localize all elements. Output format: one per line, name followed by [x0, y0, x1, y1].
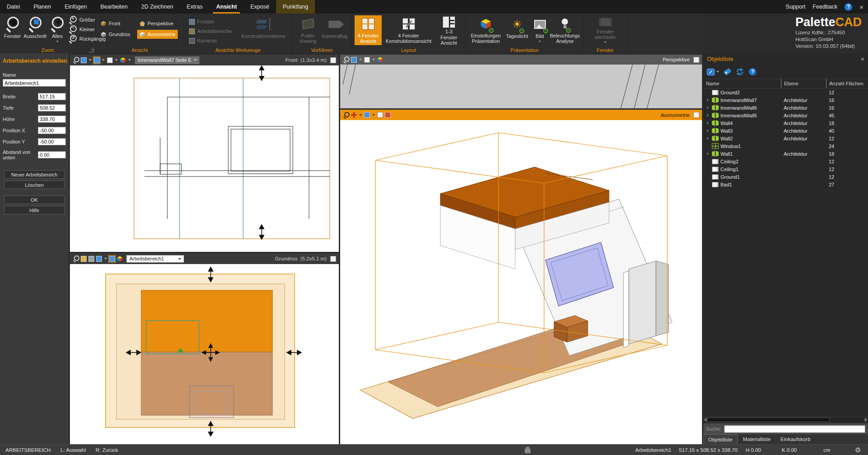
- viewport-checkbox[interactable]: [330, 57, 336, 63]
- view-mode-icon[interactable]: [81, 256, 87, 262]
- help-icon[interactable]: ?: [845, 3, 852, 11]
- table-row[interactable]: › Wall2 Architektur 12: [703, 135, 868, 142]
- magnifier-icon[interactable]: [73, 57, 79, 63]
- zoom-alles-button[interactable]: Alles ▾: [48, 15, 67, 45]
- menu-planen[interactable]: Planen: [27, 0, 58, 14]
- move-icon[interactable]: [351, 112, 357, 118]
- close-icon[interactable]: ×: [859, 4, 863, 10]
- field-input[interactable]: [38, 151, 66, 158]
- support-link[interactable]: Support: [786, 4, 806, 10]
- table-row[interactable]: › Wall3 Architektur 40: [703, 127, 868, 135]
- horizontal-scrollbar[interactable]: [703, 416, 868, 423]
- help-icon[interactable]: [749, 68, 756, 75]
- chevron-down-icon[interactable]: [115, 59, 118, 61]
- chevron-down-icon[interactable]: [372, 59, 375, 60]
- chevron-down-icon[interactable]: [102, 59, 105, 61]
- shading-mode-icon[interactable]: [107, 57, 113, 63]
- tab-einkaufskorb[interactable]: Einkaufskorb: [776, 434, 815, 444]
- column-name[interactable]: Name: [703, 79, 781, 88]
- beleuchtungs-analyse-button[interactable]: ⚙ Beleuchtungs Analyse: [549, 15, 581, 45]
- field-input[interactable]: [38, 116, 66, 123]
- tageslicht-button[interactable]: ☀ ⚙ Tageslicht: [503, 15, 531, 45]
- chevron-down-icon[interactable]: [716, 71, 719, 73]
- active-view-mode-icon[interactable]: [94, 57, 100, 63]
- public-viewing-button[interactable]: Public Viewing: [295, 15, 321, 45]
- arbeitsbereich-dropdown[interactable]: Arbeitsbereich1: [126, 255, 184, 263]
- chevron-down-icon[interactable]: [104, 258, 107, 260]
- konstruktionsebene-button[interactable]: Konstruktionsebene: [237, 15, 289, 45]
- viewport-checkbox[interactable]: [693, 57, 699, 63]
- colored-cube-icon[interactable]: [377, 57, 383, 63]
- render-mode-icon[interactable]: [385, 112, 391, 118]
- kameras-button[interactable]: Kameras: [187, 36, 234, 45]
- expander-icon[interactable]: ›: [705, 105, 710, 110]
- expander-icon[interactable]: ›: [705, 113, 710, 118]
- view-mode-icon[interactable]: [351, 57, 357, 63]
- tab-objektliste[interactable]: Objektliste: [703, 434, 738, 444]
- dialog-launcher-icon[interactable]: ↘: [89, 47, 94, 52]
- view-grundriss-button[interactable]: Grundriss: [98, 30, 135, 39]
- shading-mode-icon[interactable]: [377, 112, 383, 118]
- view-perspektive-button[interactable]: Perspektive: [137, 19, 175, 28]
- magnifier-icon[interactable]: [343, 112, 349, 118]
- expander-icon[interactable]: ›: [705, 136, 710, 141]
- name-input[interactable]: [3, 79, 66, 87]
- axonometrie-canvas[interactable]: [340, 120, 702, 444]
- expander-icon[interactable]: ›: [705, 121, 710, 125]
- table-row[interactable]: › InnenwandWall5 Architektur 45: [703, 111, 868, 119]
- expander-icon[interactable]: ›: [705, 151, 710, 156]
- table-row[interactable]: Ceiling1 12: [703, 165, 868, 173]
- chevron-down-icon[interactable]: [128, 59, 131, 61]
- vier-fenster-ansicht-button[interactable]: 4 Fenster Ansicht: [355, 15, 382, 45]
- table-row[interactable]: › InnenwandWall6 Architektur 16: [703, 104, 868, 111]
- chevron-down-icon[interactable]: [359, 59, 362, 60]
- magnifier-icon[interactable]: [343, 56, 349, 63]
- menu-datei[interactable]: Datei: [0, 0, 27, 14]
- menu-ansicht[interactable]: Ansicht: [209, 0, 244, 14]
- vier-fenster-konstruktion-button[interactable]: 4 Fenster Konstruktionsansicht: [382, 15, 435, 45]
- loeschen-button[interactable]: Löschen: [4, 181, 65, 189]
- column-ebene[interactable]: Ebene: [781, 79, 826, 88]
- colored-cube-icon[interactable]: [120, 57, 126, 63]
- table-row[interactable]: › InnenwandWall7 Architektur 16: [703, 96, 868, 104]
- field-input[interactable]: [38, 138, 66, 145]
- column-flaechen[interactable]: Anzahl Flächen: [826, 79, 868, 88]
- viewport-checkbox[interactable]: [693, 112, 699, 118]
- neuer-arbeitsbereich-button[interactable]: Neuer Arbeitsbereich: [4, 170, 65, 179]
- view-front-button[interactable]: Front: [98, 19, 135, 28]
- table-row[interactable]: Window1 24: [703, 142, 868, 150]
- tag-icon[interactable]: [723, 68, 731, 76]
- expander-icon[interactable]: ›: [705, 98, 710, 102]
- ein-drei-fenster-button[interactable]: 1-3 Fenster Ansicht: [435, 15, 462, 45]
- magnifier-icon[interactable]: [73, 255, 79, 262]
- table-row[interactable]: Ground2 12: [703, 88, 868, 96]
- tab-materialliste[interactable]: Materialliste: [739, 434, 775, 444]
- refresh-icon[interactable]: [735, 68, 744, 76]
- chevron-down-icon[interactable]: [89, 59, 92, 61]
- search-input[interactable]: [724, 425, 865, 433]
- visibility-filter-icon[interactable]: [707, 69, 715, 75]
- zoom-ausschnitt-button[interactable]: Ausschnitt: [22, 15, 48, 45]
- menu-einfuegen[interactable]: Einfügen: [58, 0, 93, 14]
- feedback-link[interactable]: Feedback: [813, 4, 837, 10]
- fronten-button[interactable]: Fronten: [187, 17, 234, 26]
- table-row[interactable]: Ceiling2 12: [703, 158, 868, 165]
- field-input[interactable]: [38, 93, 66, 100]
- expander-icon[interactable]: ›: [705, 128, 710, 133]
- view-axonometrie-button[interactable]: Axonometrie: [137, 30, 178, 39]
- kameraflug-button[interactable]: Kameraflug: [321, 15, 349, 45]
- ok-button[interactable]: OK: [4, 195, 65, 204]
- zoom-fenster-button[interactable]: Fenster: [3, 15, 22, 45]
- viewport-checkbox[interactable]: [330, 256, 336, 262]
- active-view-mode-icon[interactable]: [109, 256, 115, 262]
- perspektive-canvas[interactable]: [340, 65, 702, 108]
- pane-mode-icon[interactable]: [96, 256, 102, 262]
- chevron-down-icon[interactable]: [372, 114, 375, 116]
- field-input[interactable]: [38, 127, 66, 134]
- hilfe-button[interactable]: Hilfe: [4, 206, 65, 214]
- front-canvas[interactable]: [70, 65, 339, 252]
- menu-punktfang[interactable]: Punktfang: [276, 0, 315, 14]
- menu-bearbeiten[interactable]: Bearbeiten: [93, 0, 134, 14]
- scroll-left-icon[interactable]: [704, 418, 706, 422]
- panel-close-icon[interactable]: ×: [861, 56, 864, 63]
